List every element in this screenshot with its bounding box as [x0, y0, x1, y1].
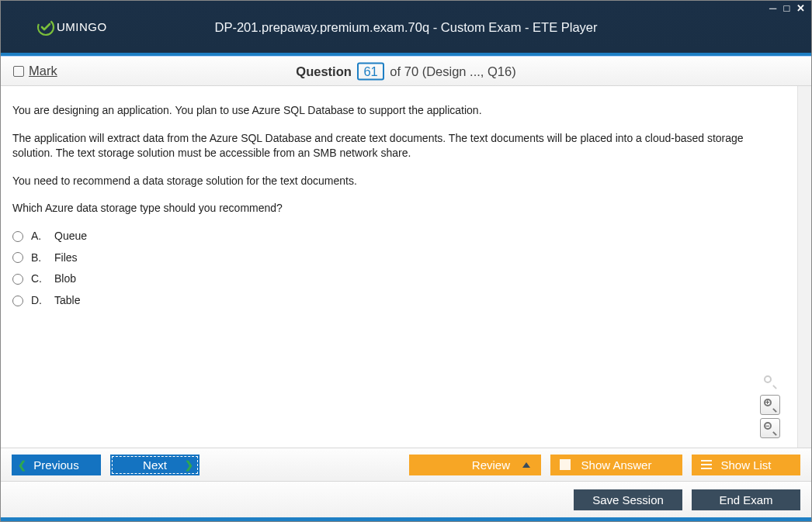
- question-text-2: The application will extract data from t…: [12, 131, 786, 161]
- mark-checkbox[interactable]: Mark: [13, 64, 57, 78]
- question-total: of 70 (Design ..., Q16): [390, 64, 515, 78]
- content-area: You are designing an application. You pl…: [1, 86, 811, 448]
- minimize-button[interactable]: ─: [767, 2, 779, 13]
- zoom-controls: + −: [760, 372, 780, 438]
- chevron-left-icon: ❮: [18, 459, 26, 471]
- zoom-in-button[interactable]: +: [760, 395, 780, 415]
- chevron-right-icon: ❯: [185, 459, 193, 471]
- show-answer-button[interactable]: Show Answer: [550, 455, 682, 475]
- triangle-up-icon: [522, 462, 530, 468]
- radio-c[interactable]: [12, 274, 23, 285]
- option-b[interactable]: B. Files: [12, 251, 786, 266]
- maximize-button[interactable]: □: [781, 2, 793, 13]
- question-text-1: You are designing an application. You pl…: [12, 103, 786, 119]
- logo-text: UMINGO: [57, 20, 107, 33]
- app-window: UMINGO DP-201.prepaway.premium.exam.70q …: [0, 0, 812, 522]
- checkbox-icon: [13, 66, 24, 77]
- checkmark-logo-icon: [36, 18, 55, 36]
- zoom-reset-button[interactable]: [760, 372, 780, 392]
- option-c[interactable]: C. Blob: [12, 271, 786, 287]
- check-icon: [560, 459, 571, 470]
- app-logo: UMINGO: [36, 18, 107, 36]
- mark-label: Mark: [29, 64, 57, 78]
- window-controls: ─ □ ✕: [767, 2, 807, 13]
- zoom-out-button[interactable]: −: [760, 418, 780, 438]
- show-list-button[interactable]: Show List: [692, 455, 800, 475]
- close-button[interactable]: ✕: [795, 2, 807, 13]
- end-exam-button[interactable]: End Exam: [692, 489, 800, 510]
- previous-button[interactable]: ❮ Previous: [12, 455, 101, 475]
- question-text-4: Which Azure data storage type should you…: [12, 201, 786, 216]
- answer-options: A. Queue B. Files C. Blob D. Table: [12, 229, 786, 308]
- question-text-3: You need to recommend a data storage sol…: [12, 174, 786, 189]
- navigation-bar: ❮ Previous Next ❯ Review Show Answer Sho…: [1, 448, 811, 482]
- scrollbar[interactable]: [797, 86, 811, 448]
- next-button[interactable]: Next ❯: [110, 455, 200, 475]
- question-header: Mark Question 61 of 70 (Design ..., Q16): [1, 57, 811, 86]
- list-icon: [701, 459, 712, 470]
- review-button[interactable]: Review: [409, 455, 541, 475]
- radio-d[interactable]: [12, 296, 23, 306]
- radio-a[interactable]: [12, 231, 23, 242]
- bottom-bar: Save Session End Exam: [1, 482, 811, 517]
- window-title: DP-201.prepaway.premium.exam.70q - Custo…: [1, 19, 811, 34]
- radio-b[interactable]: [12, 252, 23, 263]
- question-counter: Question 61 of 70 (Design ..., Q16): [1, 62, 811, 80]
- bottom-accent-bar: [1, 517, 811, 521]
- option-a[interactable]: A. Queue: [12, 229, 786, 244]
- title-bar: UMINGO DP-201.prepaway.premium.exam.70q …: [1, 1, 811, 53]
- option-d[interactable]: D. Table: [12, 293, 786, 309]
- question-body: You are designing an application. You pl…: [1, 86, 797, 448]
- question-number: 61: [357, 62, 383, 80]
- save-session-button[interactable]: Save Session: [574, 489, 682, 510]
